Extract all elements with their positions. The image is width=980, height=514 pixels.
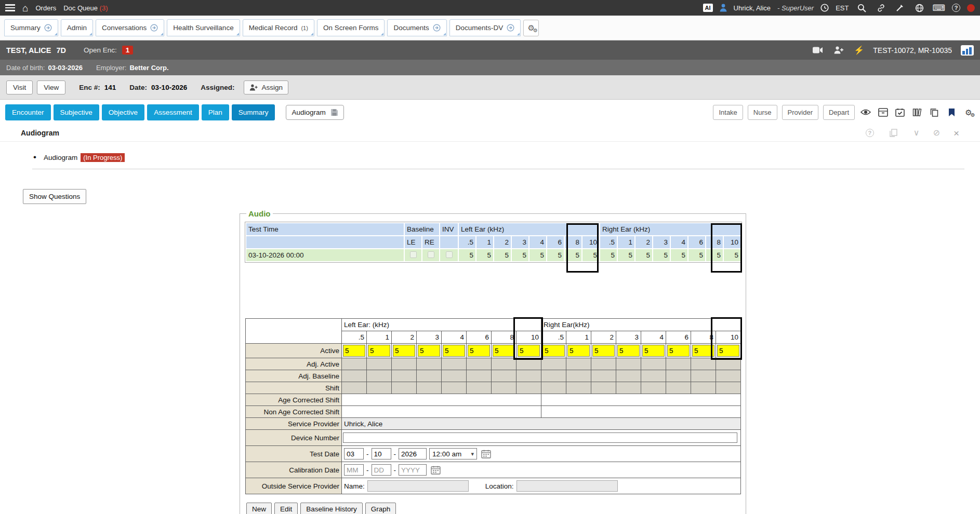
intake-button[interactable]: Intake bbox=[713, 105, 743, 120]
open-circle-arrow-icon[interactable] bbox=[44, 24, 52, 32]
active-left-input[interactable] bbox=[443, 345, 465, 357]
tab-on-screen-forms[interactable]: On Screen Forms bbox=[317, 19, 385, 36]
objective-button[interactable]: Objective bbox=[102, 104, 144, 120]
help-icon[interactable]: ? bbox=[952, 4, 960, 12]
calendar-icon[interactable] bbox=[429, 464, 442, 476]
calibration-day-input[interactable] bbox=[372, 464, 391, 476]
visit-bar: Visit View Enc #: 141 Date: 03-10-2026 A… bbox=[0, 75, 980, 100]
close-icon[interactable]: × bbox=[953, 128, 959, 138]
device-number-input[interactable] bbox=[343, 432, 737, 443]
globe-icon[interactable] bbox=[913, 2, 925, 14]
calibration-month-input[interactable] bbox=[344, 464, 364, 476]
search-icon[interactable] bbox=[855, 2, 868, 14]
active-left-input[interactable] bbox=[468, 345, 490, 357]
audiogram-doc-tab[interactable]: Audiogram bbox=[286, 105, 343, 120]
calibration-date-row: Calibration Date - - bbox=[246, 462, 741, 478]
nurse-button[interactable]: Nurse bbox=[748, 105, 777, 120]
eye-icon[interactable] bbox=[859, 106, 872, 118]
show-questions-button[interactable]: Show Questions bbox=[23, 189, 86, 204]
test-time-cell[interactable]: 03-10-2026 00:00 bbox=[246, 249, 404, 262]
archive-icon[interactable] bbox=[877, 106, 889, 118]
subjective-button[interactable]: Subjective bbox=[54, 104, 99, 120]
tab-summary[interactable]: Summary bbox=[4, 19, 58, 36]
active-left-input[interactable] bbox=[393, 345, 415, 357]
new-button[interactable]: New bbox=[246, 503, 272, 514]
freq-header: 1 bbox=[566, 331, 591, 344]
assign-button[interactable]: Assign bbox=[244, 80, 288, 94]
active-right-input[interactable] bbox=[592, 345, 615, 357]
test-time-select[interactable]: 12:00 am ▾ bbox=[429, 448, 477, 459]
open-circle-arrow-icon[interactable] bbox=[507, 24, 514, 32]
edit-button[interactable]: Edit bbox=[274, 503, 298, 514]
baseline-history-button[interactable]: Baseline History bbox=[300, 503, 363, 514]
freq-header: 10 bbox=[517, 331, 541, 344]
doc-queue-link[interactable]: Doc Queue (3) bbox=[63, 4, 108, 12]
graph-button[interactable]: Graph bbox=[365, 503, 396, 514]
active-right-input[interactable] bbox=[567, 345, 590, 357]
menu-icon[interactable] bbox=[5, 4, 15, 11]
active-right-input[interactable] bbox=[717, 345, 739, 357]
books-icon[interactable] bbox=[911, 106, 923, 118]
ai-badge[interactable]: AI bbox=[703, 4, 713, 12]
tab-settings-button[interactable]: ⚙⚙ bbox=[523, 20, 539, 36]
user-name[interactable]: Uhrick, Alice bbox=[734, 4, 771, 12]
assessment-button[interactable]: Assessment bbox=[147, 104, 199, 120]
active-left-input[interactable] bbox=[418, 345, 440, 357]
freq-header: 1 bbox=[367, 331, 392, 344]
tab-admin[interactable]: Admin bbox=[61, 19, 93, 36]
lightning-icon[interactable]: ⚡ bbox=[854, 45, 864, 55]
keyboard-icon[interactable]: ⌨ bbox=[932, 3, 945, 13]
divider bbox=[32, 169, 964, 169]
home-icon[interactable]: ⌂ bbox=[22, 3, 28, 13]
chevron-down-icon[interactable]: ∨ bbox=[913, 129, 920, 137]
tab-medical-record[interactable]: Medical Record (1) bbox=[243, 19, 314, 36]
save-disk-icon[interactable] bbox=[330, 109, 338, 116]
wand-icon[interactable] bbox=[894, 2, 906, 14]
bookmark-icon[interactable] bbox=[945, 106, 958, 118]
tab-conversations[interactable]: Conversations bbox=[96, 19, 164, 36]
cancel-icon[interactable]: ⊘ bbox=[933, 129, 939, 137]
tab-documents-dv[interactable]: Documents-DV bbox=[449, 19, 521, 36]
copy-icon[interactable] bbox=[928, 106, 941, 118]
user-icon bbox=[720, 4, 727, 12]
open-enc-badge[interactable]: 1 bbox=[122, 46, 134, 55]
active-right-input[interactable] bbox=[542, 345, 565, 357]
active-left-input[interactable] bbox=[343, 345, 365, 357]
encounter-button[interactable]: Encounter bbox=[5, 104, 51, 120]
open-circle-arrow-icon[interactable] bbox=[150, 24, 158, 32]
test-date-year-input[interactable] bbox=[399, 448, 427, 459]
plan-button[interactable]: Plan bbox=[202, 104, 229, 120]
status-dot-icon[interactable] bbox=[967, 4, 975, 12]
chart-icon[interactable] bbox=[961, 45, 974, 56]
calendar-icon[interactable] bbox=[480, 448, 492, 460]
tab-documents[interactable]: Documents bbox=[387, 19, 446, 36]
clock-icon[interactable] bbox=[820, 4, 829, 12]
adj-active-row: Adj. Active bbox=[246, 358, 741, 370]
provider-button[interactable]: Provider bbox=[782, 105, 818, 120]
depart-button[interactable]: Depart bbox=[823, 105, 855, 120]
visit-button[interactable]: Visit bbox=[6, 80, 33, 94]
active-right-input[interactable] bbox=[692, 345, 714, 357]
active-left-input[interactable] bbox=[518, 345, 540, 357]
video-camera-icon[interactable] bbox=[811, 44, 824, 57]
active-right-input[interactable] bbox=[667, 345, 690, 357]
pages-icon[interactable] bbox=[888, 127, 900, 139]
open-circle-arrow-icon[interactable] bbox=[433, 24, 441, 32]
active-left-input[interactable] bbox=[493, 345, 515, 357]
orders-link[interactable]: Orders bbox=[35, 4, 56, 12]
test-date-month-input[interactable] bbox=[344, 448, 364, 459]
test-date-day-input[interactable] bbox=[372, 448, 391, 459]
active-left-input[interactable] bbox=[368, 345, 390, 357]
settings-gears-icon[interactable]: ⚙⚙ bbox=[962, 106, 975, 118]
summary-button[interactable]: Summary bbox=[232, 104, 275, 120]
calibration-year-input[interactable] bbox=[399, 464, 427, 476]
calendar-check-icon[interactable] bbox=[894, 106, 906, 118]
active-right-input[interactable] bbox=[617, 345, 640, 357]
help-icon[interactable]: ? bbox=[866, 129, 874, 137]
view-button[interactable]: View bbox=[37, 80, 65, 94]
active-right-input[interactable] bbox=[642, 345, 665, 357]
link-icon[interactable] bbox=[875, 2, 887, 14]
tab-health-surveillance[interactable]: Health Surveillance bbox=[167, 19, 240, 36]
add-person-icon[interactable] bbox=[832, 44, 845, 57]
age-corrected-left-cell bbox=[342, 394, 541, 406]
